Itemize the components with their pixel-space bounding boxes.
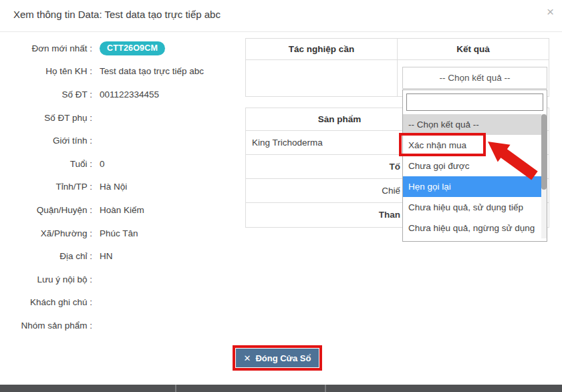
background-page-strip — [0, 385, 562, 392]
task-cell-empty — [246, 60, 398, 96]
close-icon[interactable]: × — [547, 5, 554, 18]
form-row-tuoi: Tuổi : 0 — [13, 152, 241, 176]
field-value: 001122334455 — [100, 89, 159, 100]
field-label: Quận/Huyện : — [13, 205, 92, 215]
field-value: Test data tạo trực tiếp abc — [100, 66, 204, 76]
annotation-rectangle-option — [399, 133, 486, 156]
latest-order-badge[interactable]: CTT26O9CM — [100, 41, 165, 55]
title-divider — [0, 31, 562, 32]
form-row-so-dt: Số ĐT : 001122334455 — [13, 83, 241, 106]
field-label: Khách ghi chú : — [13, 297, 92, 307]
view-data-modal: Xem thông tin Data: Test data tạo trực t… — [0, 0, 562, 385]
form-row-ho-ten: Họ tên KH : Test data tạo trực tiếp abc — [13, 60, 241, 83]
field-value: Hà Nội — [100, 182, 127, 192]
form-row-luu-y: Lưu ý nội bộ : — [13, 268, 241, 291]
field-label: Địa chỉ : — [13, 251, 92, 261]
field-label: Tuổi : — [13, 159, 92, 169]
dropdown-scrollbar[interactable] — [541, 114, 547, 238]
field-label: Nhóm sản phẩm : — [13, 321, 92, 331]
form-row-don-moi-nhat: Đơn mới nhất : CTT26O9CM — [13, 37, 241, 60]
field-label: Giới tính : — [13, 136, 92, 146]
field-label: Xã/Phường : — [13, 228, 92, 238]
form-row-gioi-tinh: Giới tính : — [13, 129, 241, 152]
dropdown-search-input[interactable] — [406, 93, 543, 111]
form-row-khach-ghi-chu: Khách ghi chú : — [13, 291, 241, 315]
field-label: Lưu ý nội bộ : — [13, 274, 92, 284]
option-chon-ket-qua[interactable]: -- Chọn kết quả -- — [403, 114, 547, 135]
background-divider — [325, 385, 326, 392]
field-value: Phúc Tân — [100, 228, 138, 238]
field-label: Số ĐT : — [13, 89, 92, 100]
annotation-arrow-icon — [486, 137, 539, 181]
customer-info-form: Đơn mới nhất : CTT26O9CM Họ tên KH : Tes… — [13, 37, 241, 337]
form-row-tinh-tp: Tỉnh/TP : Hà Nội — [13, 176, 241, 199]
scrollbar-thumb[interactable] — [541, 114, 547, 190]
column-header-ket-qua: Kết quả — [398, 39, 549, 59]
form-row-xa-phuong: Xã/Phường : Phúc Tân — [13, 222, 241, 245]
column-header-tac-nghiep: Tác nghiệp cần — [246, 39, 398, 59]
close-x-icon: ✕ — [244, 353, 251, 363]
option-chua-hieu-qua-ngung[interactable]: Chưa hiệu quả, ngừng sử dụng — [403, 218, 547, 238]
field-label: Họ tên KH : — [13, 66, 92, 76]
field-value: 0 — [100, 159, 105, 169]
field-value: HN — [100, 251, 113, 261]
field-label: Tỉnh/TP : — [13, 182, 92, 192]
field-label: Đơn mới nhất : — [13, 43, 92, 53]
form-row-dia-chi: Địa chỉ : HN — [13, 244, 241, 268]
field-value: Hoàn Kiếm — [100, 205, 144, 215]
field-label: Số ĐT phụ : — [13, 113, 92, 123]
background-divider — [175, 385, 176, 392]
modal-title: Xem thông tin Data: Test data tạo trực t… — [13, 9, 221, 20]
close-button-label: Đóng Cửa Sổ — [255, 353, 311, 363]
form-row-so-dt-phu: Số ĐT phụ : — [13, 106, 241, 130]
result-select[interactable]: -- Chọn kết quả -- — [402, 67, 547, 89]
close-window-button[interactable]: ✕ Đóng Cửa Sổ — [236, 349, 319, 367]
form-row-nhom-san-pham: Nhóm sản phẩm : — [13, 314, 241, 337]
form-row-quan-huyen: Quận/Huyện : Hoàn Kiếm — [13, 198, 241, 222]
option-chua-hieu-qua-tiep[interactable]: Chưa hiệu quả, sử dụng tiếp — [403, 197, 547, 218]
